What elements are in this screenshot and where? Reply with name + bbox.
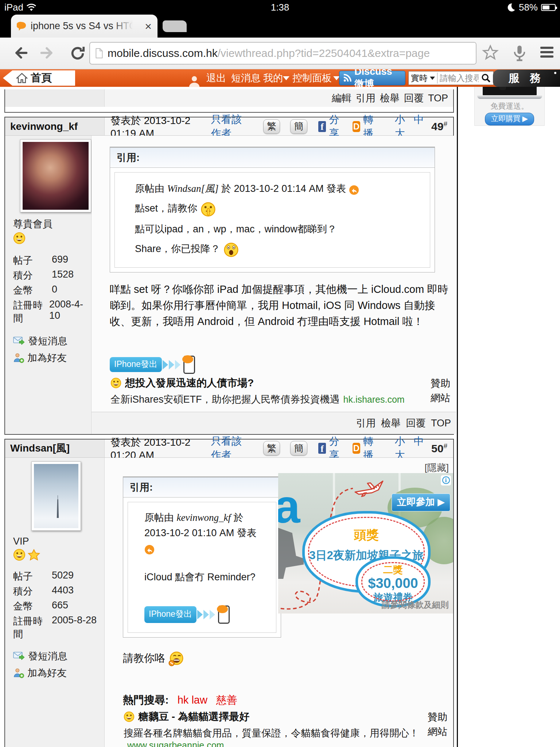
stat-row: 註冊時間2008-4-10 [13,299,91,325]
ad-description: 全新iShares安碩ETF，助你把握人民幣債券投資機遇 [110,394,340,405]
send-message-icon [13,336,25,346]
services-dot [554,72,556,74]
post-sidebar: 尊貴會員 帖子699 積分1528 金幣0 註冊時間2008-4-10 發短消息… [5,136,92,434]
add-friend-link[interactable]: 加為好友 [27,666,67,680]
ad-link[interactable]: hk.ishares.com [343,394,405,405]
control-panel-menu[interactable]: 控制面板 [292,69,332,87]
my-menu[interactable]: 我的 [263,69,283,87]
phone-icon [218,605,230,624]
goto-original-post-icon[interactable] [349,185,359,195]
url-path: /viewthread.php?tid=22504041&extra=page [218,47,430,59]
ad-shipping-text: 免費運送。 [475,101,544,111]
avatar[interactable] [31,461,81,531]
shh-emoji-icon [200,201,216,217]
edit-link[interactable]: 編輯 [332,92,351,105]
forward-icon[interactable] [39,46,55,60]
floor-number: 49# [431,120,447,133]
avatar[interactable] [20,139,91,212]
page-edge-divider [457,87,458,747]
facebook-icon[interactable]: f [318,443,326,454]
facebook-icon[interactable]: f [318,121,326,132]
send-pm-link[interactable]: 發短消息 [28,650,67,663]
voice-search-mic-icon[interactable] [511,44,528,62]
home-button[interactable]: 首頁 [3,70,75,86]
join-now-button[interactable]: 立即參加 ▶ [392,494,450,511]
quote-link[interactable]: 引用 [356,92,376,105]
ad-title: 想投入發展迅速的人債市場? [125,376,254,390]
post-author[interactable]: kevinwong_kf [5,117,105,135]
sponsored-ad[interactable]: 糖黐豆 - 為貓貓選擇最好 搜羅各種名牌貓貓食用品，質量保證，令貓貓食得健康，用… [123,708,450,747]
banner-ad[interactable]: a i 立即參加 ▶ 頭獎 3日2夜新加坡親子之旅 二獎 $30,000 旅遊禮… [278,473,453,614]
forum-navbar: 首頁 退出 短消息 我的 控制面板 Discuss微博 實時 [0,69,560,87]
sponsor-tags: 贊助網站 [423,376,450,406]
sponsor-tags: 贊助網站 [420,710,447,747]
stat-row: 帖子699 [13,254,91,267]
browser-menu-icon[interactable] [540,47,553,60]
hot-search-term[interactable]: 慈善 [216,694,237,706]
logout-link[interactable]: 退出 [206,69,226,87]
services-tab[interactable]: 服 務 [493,70,560,87]
background-tab-stub[interactable] [163,20,187,32]
speech-bubble-icon [217,605,228,613]
stat-row: 金幣665 [13,600,104,613]
send-pm-link[interactable]: 發短消息 [28,334,67,348]
sponsored-ad[interactable]: 想投入發展迅速的人債市場? 全新iShares安碩ETF，助你把握人民幣債券投資… [110,374,452,412]
ad-link[interactable]: www.sugarbeannie.com [127,740,224,747]
messages-link[interactable]: 短消息 [231,69,261,87]
chevron-down-icon[interactable] [430,77,435,80]
traditional-button[interactable]: 繁 [263,119,280,134]
reply-link[interactable]: 回覆 [404,92,424,105]
traditional-button[interactable]: 繁 [263,441,280,456]
add-friend-icon [13,668,24,678]
hot-search-term[interactable]: hk law [178,694,207,706]
post-sidebar: VIP 帖子5029 積分4403 金幣665 註冊時間2005-8-28 發短… [5,458,105,747]
buy-now-button[interactable]: 立即購買 ▶ [485,113,534,125]
chevron-down-icon[interactable] [283,76,289,80]
close-tab-icon[interactable]: × [145,20,152,32]
discuss-weibo-button[interactable]: Discuss微博 [339,71,405,85]
url-bar[interactable]: mobile.discuss.com.hk /viewthread.php?ti… [89,42,477,65]
ad-info-icon[interactable]: i [441,475,451,485]
laughing-emoji-icon [168,651,184,667]
report-link[interactable]: 檢舉 [380,92,400,105]
add-friend-icon [13,353,24,363]
reload-icon[interactable] [69,45,86,62]
quote-label: 引用: [123,477,281,498]
relay-icon[interactable]: D [353,121,361,132]
rss-icon [343,73,351,83]
plane-doodle-icon [353,478,386,497]
smiley-emoji-icon [124,711,135,722]
report-link[interactable]: 檢舉 [381,418,401,429]
hide-ad-link[interactable]: [隱藏] [425,461,449,474]
quote-link[interactable]: 引用 [356,418,376,429]
url-host: mobile.discuss.com.hk [108,47,218,59]
reply-link[interactable]: 回覆 [406,418,426,429]
post-footer: 引用 檢舉 回覆 TOP [92,412,456,434]
search-icon[interactable] [481,73,491,83]
active-tab[interactable]: iphone 5s vs S4 vs HTC o × [11,15,158,38]
relay-icon[interactable]: D [353,443,361,454]
post-date: 發表於 2013-10-2 01:19 AM [110,114,202,139]
hot-search-label: 熱門搜尋: [123,694,169,706]
ad-description: 搜羅各種名牌貓貓食用品，質量保證，令貓貓食得健康，用得開心！ [124,728,419,739]
simplified-button[interactable]: 簡 [290,441,307,456]
post-author[interactable]: Windsan[風] [5,440,105,457]
bookmark-star-icon[interactable] [482,44,499,61]
search-scope-select[interactable]: 實時 [411,73,428,84]
top-link[interactable]: TOP [428,93,448,104]
add-friend-link[interactable]: 加為好友 [27,351,67,364]
right-rail-ad[interactable]: 免費運送。 立即購買 ▶ [474,87,545,126]
favicon-speech-bubble-icon [17,21,27,31]
posted-from-iphone-badge: IPhone發出 [144,605,269,624]
reply-text: 咩點 set 呀？你喺你部 iPad 加個提醒事項，其他機一上 iCloud.c… [110,281,452,329]
ad-title: 糖黐豆 - 為貓貓選擇最好 [138,710,249,724]
simplified-button[interactable]: 簡 [290,119,307,134]
search-input[interactable] [440,73,479,83]
post-date: 發表於 2013-10-2 01:20 AM [110,436,202,461]
back-icon[interactable] [12,46,28,60]
goto-original-post-icon[interactable] [144,545,155,555]
quote-line: iCloud 點會冇 Reminder? [144,570,269,585]
top-link[interactable]: TOP [431,418,451,429]
phone-icon [183,356,195,374]
quote-box: 引用: 原帖由 Windsan[風] 於 2013-10-2 01:14 AM … [110,147,435,272]
